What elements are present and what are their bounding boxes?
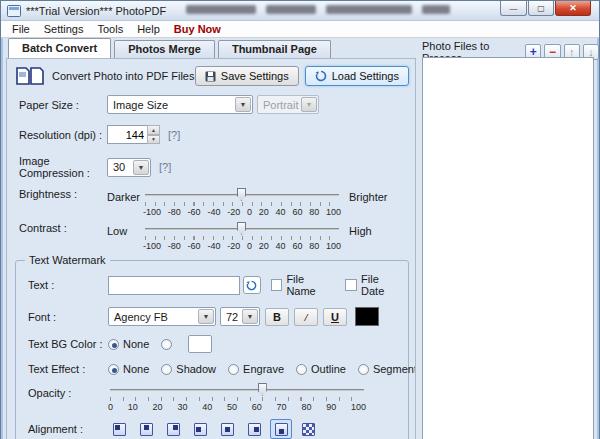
font-family-value: Agency FB	[114, 311, 197, 323]
radio-selected-icon	[108, 364, 119, 375]
align-top-left-icon	[113, 423, 126, 436]
brightness-max-label: Brighter	[349, 188, 388, 203]
align-top-center-icon	[140, 423, 153, 436]
compression-select[interactable]: 30 ▼	[107, 158, 151, 177]
radio-icon	[161, 364, 172, 375]
resolution-help-link[interactable]: [?]	[168, 129, 180, 141]
alignment-label: Alignment :	[28, 423, 108, 435]
bg-custom-radio[interactable]	[161, 339, 176, 350]
save-icon	[205, 71, 216, 82]
file-date-checkbox[interactable]: File Date	[345, 273, 404, 297]
resolution-input[interactable]	[107, 125, 147, 144]
compression-help-link[interactable]: [?]	[159, 161, 171, 173]
spin-up-icon[interactable]: ▲	[147, 125, 160, 135]
menu-file[interactable]: File	[5, 22, 37, 36]
watermark-refresh-button[interactable]	[243, 276, 261, 294]
photo-files-list[interactable]	[422, 57, 594, 439]
file-name-checkbox[interactable]: File Name	[271, 273, 336, 297]
brightness-thumb[interactable]	[237, 188, 246, 201]
menu-settings[interactable]: Settings	[37, 22, 91, 36]
minimize-button[interactable]: —	[500, 1, 527, 16]
save-settings-label: Save Settings	[221, 70, 289, 82]
align-top-left-button[interactable]	[108, 419, 130, 439]
opacity-label: Opacity :	[28, 383, 108, 399]
effect-engrave-radio[interactable]: Engrave	[228, 363, 284, 375]
orientation-select: Portrait ▼	[257, 95, 319, 114]
watermark-text-input[interactable]	[108, 276, 240, 295]
font-color-swatch[interactable]	[355, 307, 379, 326]
contrast-thumb[interactable]	[237, 222, 246, 235]
align-tile-button[interactable]	[297, 419, 319, 439]
menu-bar: File Settings Tools Help Buy Now	[1, 21, 599, 38]
opacity-track[interactable]	[110, 389, 364, 391]
align-middle-left-button[interactable]	[189, 419, 211, 439]
opacity-thumb[interactable]	[258, 383, 267, 396]
contrast-min-label: Low	[107, 222, 143, 237]
compression-label: Image Compression :	[19, 155, 107, 179]
radio-icon	[161, 339, 172, 350]
opacity-slider[interactable]	[108, 383, 366, 397]
align-center-button[interactable]	[216, 419, 238, 439]
orientation-value: Portrait	[263, 99, 300, 111]
maximize-button[interactable]: ▢	[528, 1, 554, 16]
text-watermark-legend: Text Watermark	[25, 254, 110, 266]
dropdown-arrow-icon: ▼	[235, 97, 251, 112]
batch-convert-panel: Convert Photo into PDF Files Save Settin…	[6, 58, 416, 439]
align-bottom-center-button[interactable]	[270, 419, 292, 439]
contrast-max-label: High	[349, 222, 372, 237]
align-top-center-button[interactable]	[135, 419, 157, 439]
effect-outline-radio[interactable]: Outline	[296, 363, 346, 375]
watermark-text-label: Text :	[28, 279, 108, 291]
window-title: ***Trial Version*** PhotoPDF	[26, 5, 166, 17]
menu-buy-now[interactable]: Buy Now	[167, 22, 228, 36]
load-settings-button[interactable]: Load Settings	[305, 66, 409, 86]
spin-down-icon[interactable]: ▼	[147, 135, 160, 145]
background-window-ghost-text	[186, 5, 451, 16]
italic-button[interactable]: /	[294, 308, 318, 326]
bg-color-swatch[interactable]	[188, 335, 212, 353]
effect-shadow-radio[interactable]: Shadow	[161, 363, 216, 375]
file-name-label: File Name	[286, 273, 335, 297]
contrast-ticks	[145, 236, 339, 240]
checkbox-unchecked-icon	[271, 279, 283, 291]
bold-button[interactable]: B	[265, 308, 289, 326]
panel-title: Convert Photo into PDF Files	[52, 70, 195, 82]
resolution-label: Resolution (dpi) :	[19, 129, 107, 141]
paper-size-select[interactable]: Image Size ▼	[107, 95, 253, 114]
underline-button[interactable]: U	[323, 308, 347, 326]
bg-none-label: None	[123, 338, 149, 350]
align-center-icon	[221, 423, 234, 436]
font-family-select[interactable]: Agency FB ▼	[108, 307, 216, 326]
align-middle-right-button[interactable]	[243, 419, 265, 439]
contrast-slider[interactable]	[143, 222, 341, 236]
font-label: Font :	[28, 311, 108, 323]
align-top-right-button[interactable]	[162, 419, 184, 439]
resolution-spinbox: ▲ ▼	[107, 125, 160, 144]
save-settings-button[interactable]: Save Settings	[195, 66, 299, 86]
menu-help[interactable]: Help	[130, 22, 167, 36]
load-settings-label: Load Settings	[332, 70, 399, 82]
opacity-tick-labels: 0102030405060708090100	[108, 402, 366, 412]
title-bar: ***Trial Version*** PhotoPDF — ▢ ✕	[1, 1, 599, 21]
effect-segment-radio[interactable]: Segment	[358, 363, 416, 375]
brightness-label: Brightness :	[19, 188, 107, 200]
refresh-icon	[246, 280, 257, 291]
menu-tools[interactable]: Tools	[90, 22, 130, 36]
brightness-min-label: Darker	[107, 188, 143, 203]
radio-icon	[296, 364, 307, 375]
align-middle-left-icon	[194, 423, 207, 436]
bg-none-radio[interactable]: None	[108, 338, 149, 350]
dropdown-arrow-icon: ▼	[301, 97, 317, 112]
radio-icon	[358, 364, 369, 375]
effect-none-radio[interactable]: None	[108, 363, 149, 375]
tab-batch-convert[interactable]: Batch Convert	[8, 38, 111, 58]
contrast-label: Contrast :	[19, 222, 107, 234]
checkbox-unchecked-icon	[345, 279, 357, 291]
brightness-slider[interactable]	[143, 188, 341, 202]
tab-thumbnail-page[interactable]: Thumbnail Page	[218, 40, 331, 58]
bg-color-label: Text BG Color :	[28, 338, 108, 350]
font-size-select[interactable]: 72 ▼	[220, 307, 260, 326]
app-window: ***Trial Version*** PhotoPDF — ▢ ✕ File …	[0, 0, 600, 439]
tab-photos-merge[interactable]: Photos Merge	[114, 40, 215, 58]
close-button[interactable]: ✕	[555, 1, 591, 16]
